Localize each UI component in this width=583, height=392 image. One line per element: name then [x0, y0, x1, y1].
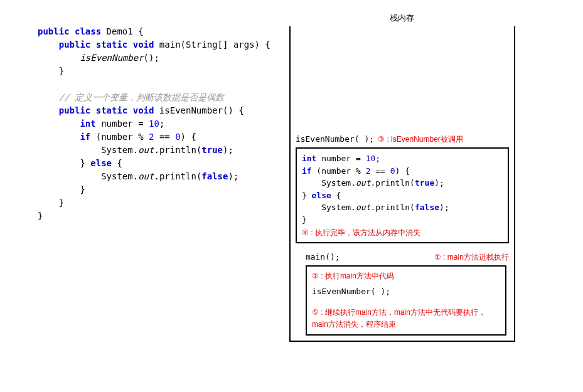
annotation-5: ⑤ : 继续执行main方法，main方法中无代码要执行，main方法消失，程序…	[312, 307, 500, 331]
body-l3b: .println(	[370, 178, 414, 188]
brace-2: }	[80, 184, 85, 194]
kw-false-b: false	[415, 203, 439, 212]
var-decl: number =	[96, 119, 149, 129]
anno3-text: : isEvenNumber被调用	[385, 135, 463, 144]
if-b: ==	[154, 132, 175, 142]
circ-5-icon: ⑤	[312, 307, 319, 319]
num-10-b: 10	[366, 154, 376, 163]
body-l4b: {	[331, 191, 341, 200]
body-l2b: ==	[370, 166, 390, 176]
println-a: .println(	[154, 145, 201, 155]
body-l6: }	[302, 215, 307, 225]
kw-method-mods: public static void	[59, 40, 154, 50]
anno1-text: : main方法进栈执行	[441, 253, 509, 262]
kw-true-b: true	[415, 178, 434, 188]
annotation-4: ④ : 执行完毕，该方法从内存中消失	[302, 227, 503, 238]
else-a: }	[80, 158, 90, 168]
circ-1-icon: ①	[434, 253, 441, 262]
anno4-text: : 执行完毕，该方法从内存中消失	[309, 228, 420, 237]
num-0-b: 0	[390, 166, 395, 176]
kw-false: false	[201, 171, 228, 181]
comment: // 定义一个变量，判断该数据是否是偶数	[59, 92, 224, 102]
num-0: 0	[175, 132, 180, 142]
body-l2a: (number %	[312, 166, 366, 176]
annotation-2: ② : 执行main方法中代码	[312, 270, 500, 282]
body-l4a: }	[302, 191, 312, 200]
anno5-text: : 继续执行main方法，main方法中无代码要执行，main方法消失，程序结束	[312, 308, 486, 329]
stack-memory-box: isEvenNumber( ); ③ : isEvenNumber被调用 int…	[289, 26, 515, 342]
code-block: public class Demo1 { public static void …	[38, 25, 270, 223]
body-l1b: ;	[375, 154, 380, 163]
num-10: 10	[149, 119, 159, 129]
main-frame-label-row: main(); ① : main方法进栈执行	[296, 252, 509, 263]
iseven-frame-box: int number = 10; if (number % 2 == 0) { …	[296, 147, 509, 243]
body-l3c: );	[434, 178, 444, 188]
kw-int: int	[80, 119, 95, 129]
out-b1: out	[356, 178, 370, 188]
brace: }	[59, 66, 64, 76]
kw-int-b: int	[302, 154, 316, 163]
body-l3a: System.	[321, 178, 356, 188]
call-iseven: isEvenNumber	[80, 53, 143, 63]
annotation-3: ③ : isEvenNumber被调用	[378, 134, 463, 145]
kw-true: true	[201, 145, 223, 155]
kw-method-mods-2: public static void	[59, 105, 154, 115]
if-c: ) {	[181, 132, 196, 142]
stack-title: 栈内存	[289, 13, 515, 24]
println-end-a: );	[223, 145, 233, 155]
body-l2c: ) {	[395, 166, 410, 176]
iseven-body-code: int number = 10; if (number % 2 == 0) { …	[302, 152, 503, 226]
main-frame-box: ② : 执行main方法中代码 isEvenNumber( ); ⑤ : 继续执…	[306, 265, 506, 336]
kw-if: if	[80, 132, 90, 142]
code-listing: public class Demo1 { public static void …	[38, 13, 270, 342]
kw-if-b: if	[302, 166, 312, 176]
if-a: (number %	[90, 132, 149, 142]
circ-2-icon: ②	[312, 270, 319, 282]
call-end: ();	[144, 53, 159, 63]
iseven-frame-label-row: isEvenNumber( ); ③ : isEvenNumber被调用	[296, 134, 509, 145]
stack-diagram: 栈内存 isEvenNumber( ); ③ : isEvenNumber被调用…	[289, 13, 515, 342]
circ-3-icon: ③	[378, 135, 385, 144]
semi: ;	[159, 119, 164, 129]
class-name: Demo1 {	[101, 26, 143, 36]
body-l1a: number =	[316, 154, 365, 163]
brace-4: }	[38, 211, 43, 221]
else-b: {	[112, 158, 122, 168]
sys-b: System.	[101, 171, 138, 181]
out-b2: out	[356, 203, 370, 212]
kw-else-b: else	[312, 191, 331, 200]
kw-else: else	[90, 158, 112, 168]
brace-3: }	[59, 198, 64, 208]
println-b: .println(	[154, 171, 201, 181]
sys-a: System.	[101, 145, 138, 155]
body-l5a: System.	[321, 203, 356, 212]
anno2-text: : 执行main方法中代码	[319, 272, 394, 280]
iseven-sig: isEvenNumber() {	[154, 105, 243, 115]
main-sig: main(String[] args) {	[154, 40, 270, 50]
iseven-frame-label: isEvenNumber( );	[296, 134, 374, 144]
main-frame-label: main();	[306, 252, 340, 262]
circ-4-icon: ④	[302, 227, 309, 238]
kw-public-class: public class	[38, 26, 101, 36]
body-l5b: .println(	[370, 203, 414, 212]
out-2: out	[138, 171, 154, 181]
println-end-b: );	[228, 171, 238, 181]
body-l5c: );	[439, 203, 449, 212]
out-1: out	[138, 145, 154, 155]
stack-empty-area	[296, 31, 509, 132]
main-body-call: isEvenNumber( );	[312, 285, 500, 298]
annotation-1: ① : main方法进栈执行	[434, 252, 509, 263]
